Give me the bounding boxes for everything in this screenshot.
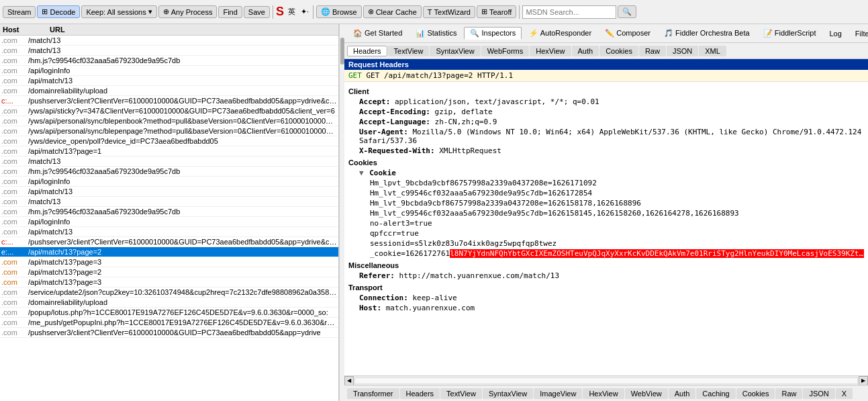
sub-tab-syntaxview[interactable]: SyntaxView — [430, 46, 480, 56]
list-item[interactable]: .com/service/update2/json?cup2key=10:326… — [0, 287, 338, 298]
any-process-label: Any Process — [171, 8, 213, 16]
list-item[interactable]: .com/yws/api/personal/sync/blepenpage?me… — [0, 126, 338, 136]
list-item-url: /api/loginInfo — [28, 218, 337, 226]
left-scrollbar[interactable] — [339, 24, 344, 401]
stream-button[interactable]: Stream — [3, 6, 36, 18]
list-item[interactable]: .com/pushserver3/client?ClientVer=610000… — [0, 328, 338, 338]
list-item-url: /pushserver3/client?ClientVer=6100001000… — [28, 97, 337, 105]
find-button[interactable]: Find — [218, 6, 242, 18]
msdn-search-input[interactable] — [522, 5, 616, 19]
msdn-search-button[interactable]: 🔍 — [618, 5, 636, 18]
list-item[interactable]: .com/yws/device_open/poll?device_id=PC73… — [0, 136, 338, 146]
scroll-right-btn[interactable]: ▶ — [859, 376, 868, 386]
auth-tab-label: Auth — [578, 47, 593, 55]
list-item[interactable]: .com/yws/api/sticky?v=347&ClientVer=6100… — [0, 106, 338, 116]
list-item[interactable]: c:.../pushserver3/client?ClientVer=61000… — [0, 237, 338, 247]
bottom-tab-cookies[interactable]: Cookies — [736, 388, 775, 399]
bottom-tab-transformer[interactable]: Transformer — [347, 388, 399, 399]
list-item[interactable]: .com/api/match/13?page=2 — [0, 267, 338, 277]
bottom-tab-auth[interactable]: Auth — [669, 388, 696, 399]
bottom-tab-textview[interactable]: TextView — [440, 388, 482, 399]
list-item[interactable]: e:.../api/match/13?page=2 — [0, 247, 338, 257]
list-item[interactable]: .com/match/13 — [0, 157, 338, 167]
sub-tab-headers[interactable]: Headers — [347, 46, 387, 56]
sub-tab-raw[interactable]: Raw — [639, 46, 666, 56]
cookie-expand-row[interactable]: ▼ Cookie — [348, 168, 864, 178]
req-headers-title-text: Request Headers — [348, 60, 409, 69]
list-item[interactable]: c:.../pushserver3/client?ClientVer=61000… — [0, 96, 338, 106]
list-item[interactable]: .com/match/13 — [0, 46, 338, 56]
tab-get-started[interactable]: 🏠 Get Started — [347, 27, 408, 40]
inspectors-icon: 🔍 — [470, 29, 479, 37]
tab-fiddler-orchestra[interactable]: 🎵 Fiddler Orchestra Beta — [658, 27, 756, 40]
list-item[interactable]: .com/hm.js?c99546cf032aaa5a679230de9a95c… — [0, 207, 338, 217]
list-item[interactable]: .com/domainreliability/upload — [0, 298, 338, 308]
sub-tab-textview[interactable]: TextView — [388, 46, 430, 56]
tab-statistics[interactable]: 📊 Statistics — [409, 27, 463, 40]
list-item[interactable]: .com/api/loginInfo — [0, 217, 338, 227]
headers-content[interactable]: Client Accept: application/json, text/ja… — [344, 82, 868, 375]
cookie-ydrive: _cookie=1626172761l8N7YjYdnNFQhYbtGXcIXE… — [348, 249, 864, 259]
bottom-tab-x[interactable]: X — [836, 388, 853, 399]
bottom-tab-webview[interactable]: WebView — [625, 388, 668, 399]
list-item[interactable]: .com/hm.js?c99546cf032aaa5a679230de9a95c… — [0, 167, 338, 177]
bottom-tab-json[interactable]: JSON — [803, 388, 834, 399]
search-icon: 🔍 — [622, 7, 632, 16]
tab-composer[interactable]: ✏️ Composer — [599, 27, 657, 40]
clear-cache-button[interactable]: ⊗ Clear Cache — [363, 5, 422, 18]
list-item[interactable]: .com/hm.js?c99546cf032aaa5a679230de9a95c… — [0, 56, 338, 66]
scroll-track[interactable] — [354, 377, 858, 384]
tab-autoresponder[interactable]: ⚡ AutoResponder — [523, 27, 597, 40]
save-button[interactable]: Save — [244, 6, 270, 18]
list-item[interactable]: .com/yws/api/personal/sync/blepenbook?me… — [0, 116, 338, 126]
any-process-button[interactable]: ⊕ Any Process — [158, 5, 218, 18]
list-item[interactable]: .com/popup/lotus.php?h=1CCE80017E919A727… — [0, 308, 338, 318]
bottom-tab-hexview[interactable]: HexView — [583, 388, 624, 399]
tab-filters[interactable]: Filters — [849, 28, 868, 40]
decode-button[interactable]: ⊞ Decode — [37, 5, 80, 18]
list-item[interactable]: .com/api/match/13?page=3 — [0, 277, 338, 287]
list-item[interactable]: .com/api/match/13 — [0, 227, 338, 237]
scroll-left-btn[interactable]: ◀ — [344, 376, 354, 386]
list-item[interactable]: .com/match/13 — [0, 36, 338, 46]
left-panel-wrapper: Host URL .com/match/13.com/match/13.com/… — [0, 24, 344, 401]
list-item[interactable]: .com/api/loginInfo — [0, 66, 338, 76]
cookie-tree-expand[interactable]: ▼ — [359, 169, 364, 177]
list-item[interactable]: .com/match/13 — [0, 197, 338, 207]
list-item[interactable]: .com/api/loginInfo — [0, 177, 338, 187]
bottom-tab-imageview[interactable]: ImageView — [534, 388, 582, 399]
webforms-tab-label: WebForms — [487, 47, 524, 55]
list-item[interactable]: .com/api/match/13?page=1 — [0, 146, 338, 157]
browse-button[interactable]: 🌐 Browse — [316, 5, 362, 18]
tab-fiddlerscript[interactable]: 📝 FiddlerScript — [757, 27, 822, 40]
list-item[interactable]: .com/domainreliability/upload — [0, 86, 338, 96]
list-item[interactable]: .com/api/match/13 — [0, 187, 338, 197]
list-item-url: /match/13 — [28, 46, 337, 54]
horizontal-scrollbar[interactable]: ◀ ▶ — [344, 375, 868, 385]
keep-button[interactable]: Keep: All sessions ▾ — [81, 5, 156, 18]
sub-tab-xml[interactable]: XML — [699, 46, 726, 56]
list-item[interactable]: .com/me_push/getPopupIni.php?h=1CCE80017… — [0, 318, 338, 328]
tab-inspectors[interactable]: 🔍 Inspectors — [464, 27, 522, 40]
list-item-host: .com — [1, 278, 28, 286]
sub-tab-webforms[interactable]: WebForms — [481, 46, 530, 56]
list-item[interactable]: .com/api/match/13?page=3 — [0, 257, 338, 267]
text-wizard-button[interactable]: T TextWizard — [423, 6, 475, 18]
find-label: Find — [223, 8, 237, 16]
tearoff-button[interactable]: ⊞ Tearoff — [477, 5, 516, 18]
sub-tab-hexview[interactable]: HexView — [530, 46, 571, 56]
sub-tab-json[interactable]: JSON — [667, 46, 698, 56]
list-item[interactable]: .com/api/match/13 — [0, 76, 338, 86]
bottom-tab-headers[interactable]: Headers — [400, 388, 440, 399]
top-tabs-bar: 🏠 Get Started 📊 Statistics 🔍 Inspectors … — [344, 24, 868, 43]
tab-log[interactable]: Log — [823, 28, 847, 40]
sub-tab-auth[interactable]: Auth — [572, 46, 599, 56]
bottom-tab-syntaxview[interactable]: SyntaxView — [483, 388, 533, 399]
session-list[interactable]: .com/match/13.com/match/13.com/hm.js?c99… — [0, 36, 338, 401]
bottom-tab-raw[interactable]: Raw — [775, 388, 802, 399]
host-column-header: Host — [3, 26, 36, 34]
bottom-tab-caching[interactable]: Caching — [696, 388, 735, 399]
right-panel: 🏠 Get Started 📊 Statistics 🔍 Inspectors … — [344, 24, 868, 401]
inspectors-label: Inspectors — [481, 29, 516, 37]
sub-tab-cookies[interactable]: Cookies — [599, 46, 638, 56]
